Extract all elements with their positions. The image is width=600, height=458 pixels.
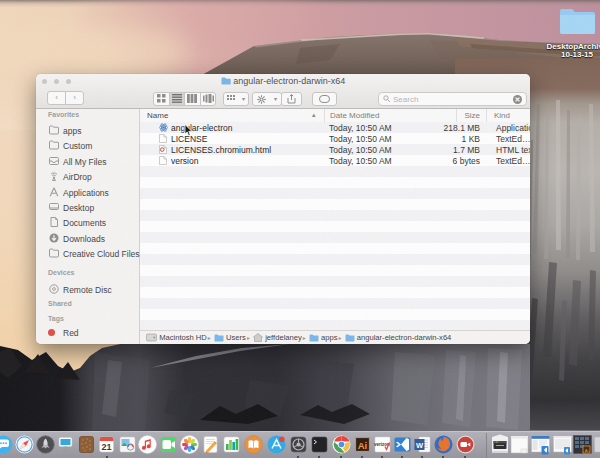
svg-text:21: 21 — [101, 442, 111, 452]
svg-text:Ai: Ai — [585, 448, 589, 453]
svg-text:Ai: Ai — [357, 440, 367, 451]
svg-text:W: W — [415, 441, 423, 450]
